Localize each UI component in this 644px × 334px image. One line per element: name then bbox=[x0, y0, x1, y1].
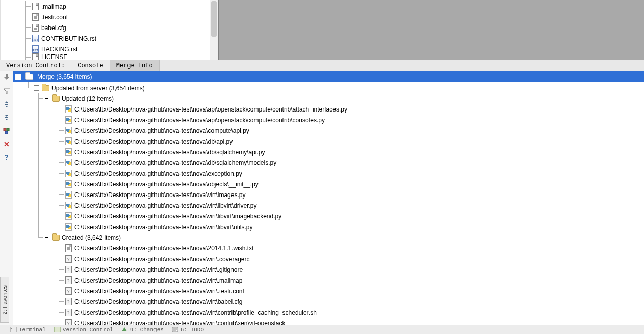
python-file-icon bbox=[64, 116, 72, 124]
tree-row[interactable]: C:\Users\ttx\Desktop\nova-github\nova-te… bbox=[13, 125, 644, 136]
tree-label: C:\Users\ttx\Desktop\nova-github\nova-te… bbox=[74, 245, 254, 252]
project-tree-item[interactable]: CONTRIBUTING.rst bbox=[1, 33, 218, 44]
tree-label: C:\Users\ttx\Desktop\nova-github\nova-te… bbox=[74, 224, 252, 231]
unknown-file-icon bbox=[64, 287, 72, 295]
tree-row[interactable]: C:\Users\ttx\Desktop\nova-github\nova-te… bbox=[13, 179, 644, 189]
tree-row[interactable]: C:\Users\ttx\Desktop\nova-github\nova-te… bbox=[13, 307, 644, 318]
status-todo[interactable]: 6: TODO bbox=[172, 327, 204, 333]
goto-source-button[interactable] bbox=[2, 73, 12, 83]
tree-row[interactable]: C:\Users\ttx\Desktop\nova-github\nova-te… bbox=[13, 157, 644, 168]
tree-label: C:\Users\ttx\Desktop\nova-github\nova-te… bbox=[74, 106, 347, 113]
collapse-icon[interactable] bbox=[44, 235, 49, 240]
tree-row[interactable]: C:\Users\ttx\Desktop\nova-github\nova-te… bbox=[13, 275, 644, 286]
help-button[interactable]: ? bbox=[2, 152, 12, 162]
python-file-icon bbox=[64, 212, 72, 220]
tree-row[interactable]: C:\Users\ttx\Desktop\nova-github\nova-te… bbox=[13, 286, 644, 296]
delete-button[interactable]: ✕ bbox=[2, 139, 12, 149]
tree-row[interactable]: C:\Users\ttx\Desktop\nova-github\nova-te… bbox=[13, 221, 644, 232]
svg-marker-4 bbox=[5, 106, 8, 107]
file-name: LICENSE bbox=[41, 53, 67, 60]
tree-row[interactable]: C:\Users\ttx\Desktop\nova-github\nova-te… bbox=[13, 115, 644, 125]
tree-label: C:\Users\ttx\Desktop\nova-github\nova-te… bbox=[74, 288, 244, 295]
python-file-icon bbox=[64, 127, 72, 135]
tree-row[interactable]: C:\Users\ttx\Desktop\nova-github\nova-te… bbox=[13, 243, 644, 254]
python-file-icon bbox=[64, 202, 72, 210]
python-file-icon bbox=[64, 159, 72, 167]
status-version-control[interactable]: Version Control bbox=[54, 327, 113, 333]
collapse-icon[interactable] bbox=[15, 74, 21, 80]
tree-row[interactable]: Updated from server (3,654 items) bbox=[13, 82, 644, 93]
unknown-file-icon bbox=[64, 298, 72, 306]
unknown-file-icon bbox=[64, 276, 72, 285]
tree-row[interactable]: C:\Users\ttx\Desktop\nova-github\nova-te… bbox=[13, 189, 644, 200]
text-file-icon bbox=[64, 244, 72, 253]
tree-row[interactable]: C:\Users\ttx\Desktop\nova-github\nova-te… bbox=[13, 147, 644, 157]
collapse-icon[interactable] bbox=[44, 96, 49, 101]
status-changes[interactable]: 9: Changes bbox=[121, 327, 164, 333]
project-tree-item[interactable]: LICENSE bbox=[1, 54, 218, 60]
status-terminal[interactable]: Terminal bbox=[10, 327, 46, 333]
unknown-file-icon bbox=[64, 266, 72, 274]
tree-label: C:\Users\ttx\Desktop\nova-github\nova-te… bbox=[74, 138, 233, 145]
file-name: HACKING.rst bbox=[41, 46, 78, 53]
tree-label: C:\Users\ttx\Desktop\nova-github\nova-te… bbox=[74, 170, 242, 177]
svg-marker-3 bbox=[5, 101, 8, 103]
tree-label: C:\Users\ttx\Desktop\nova-github\nova-te… bbox=[74, 277, 242, 284]
tree-row[interactable]: C:\Users\ttx\Desktop\nova-github\nova-te… bbox=[13, 200, 644, 211]
svg-marker-7 bbox=[5, 119, 8, 120]
tree-row[interactable]: C:\Users\ttx\Desktop\nova-github\nova-te… bbox=[13, 168, 644, 179]
status-bar: Terminal Version Control 9: Changes 6: T… bbox=[0, 325, 644, 334]
svg-rect-13 bbox=[54, 327, 61, 332]
merge-tree[interactable]: Merge (3,654 items) Updated from server … bbox=[13, 71, 644, 325]
tree-row[interactable]: Updated (12 items) bbox=[13, 93, 644, 104]
file-name: .mailmap bbox=[41, 3, 66, 10]
filter-button[interactable] bbox=[2, 86, 12, 96]
svg-rect-12 bbox=[10, 327, 17, 332]
project-tree-item[interactable]: .testr.conf bbox=[1, 12, 218, 22]
svg-marker-14 bbox=[122, 327, 127, 331]
file-icon bbox=[31, 35, 39, 43]
favorites-tool-button[interactable]: 2: Favorites bbox=[0, 277, 9, 323]
scrollbar[interactable] bbox=[210, 0, 218, 60]
group-button[interactable] bbox=[2, 126, 12, 136]
favorites-label: 2: Favorites bbox=[2, 285, 8, 314]
tree-row[interactable]: C:\Users\ttx\Desktop\nova-github\nova-te… bbox=[13, 211, 644, 221]
tree-row[interactable]: C:\Users\ttx\Desktop\nova-github\nova-te… bbox=[13, 296, 644, 307]
folder-icon bbox=[41, 84, 49, 92]
tree-row[interactable]: C:\Users\ttx\Desktop\nova-github\nova-te… bbox=[13, 254, 644, 264]
python-file-icon bbox=[64, 148, 72, 156]
project-tree-item[interactable]: .mailmap bbox=[1, 1, 218, 12]
python-file-icon bbox=[64, 137, 72, 146]
unknown-file-icon bbox=[64, 309, 72, 317]
file-name: .testr.conf bbox=[41, 14, 68, 21]
expand-all-button[interactable] bbox=[2, 99, 12, 109]
tree-row[interactable]: Created (3,642 items) bbox=[13, 232, 644, 243]
file-name: CONTRIBUTING.rst bbox=[41, 35, 96, 42]
tree-row[interactable]: C:\Users\ttx\Desktop\nova-github\nova-te… bbox=[13, 318, 644, 325]
unknown-file-icon bbox=[64, 319, 72, 325]
tree-label: C:\Users\ttx\Desktop\nova-github\nova-te… bbox=[74, 320, 286, 325]
vcs-icon bbox=[54, 327, 61, 332]
tab-merge-info[interactable]: Merge Info bbox=[110, 60, 160, 71]
tree-row[interactable]: C:\Users\ttx\Desktop\nova-github\nova-te… bbox=[13, 104, 644, 115]
tree-label: C:\Users\ttx\Desktop\nova-github\nova-te… bbox=[74, 202, 256, 209]
tab-console[interactable]: Console bbox=[71, 60, 110, 71]
tree-label: Updated (12 items) bbox=[62, 95, 114, 102]
svg-rect-5 bbox=[5, 104, 8, 105]
tree-row[interactable]: C:\Users\ttx\Desktop\nova-github\nova-te… bbox=[13, 264, 644, 275]
python-file-icon bbox=[64, 223, 72, 231]
merge-root-row[interactable]: Merge (3,654 items) bbox=[13, 71, 644, 82]
tree-label: C:\Users\ttx\Desktop\nova-github\nova-te… bbox=[74, 309, 317, 316]
svg-rect-8 bbox=[5, 117, 8, 118]
tree-row[interactable]: C:\Users\ttx\Desktop\nova-github\nova-te… bbox=[13, 136, 644, 147]
project-tree[interactable]: .mailmap.testr.confbabel.cfgCONTRIBUTING… bbox=[0, 0, 218, 60]
svg-rect-0 bbox=[6, 74, 8, 77]
project-tree-item[interactable]: babel.cfg bbox=[1, 22, 218, 33]
editor-area bbox=[218, 0, 644, 60]
tab-version-control[interactable]: Version Control: bbox=[0, 60, 71, 71]
collapse-icon[interactable] bbox=[34, 85, 39, 91]
folder-icon bbox=[51, 95, 60, 103]
tree-label: C:\Users\ttx\Desktop\nova-github\nova-te… bbox=[74, 117, 325, 124]
tree-label: C:\Users\ttx\Desktop\nova-github\nova-te… bbox=[74, 298, 243, 305]
collapse-all-button[interactable] bbox=[2, 113, 12, 123]
